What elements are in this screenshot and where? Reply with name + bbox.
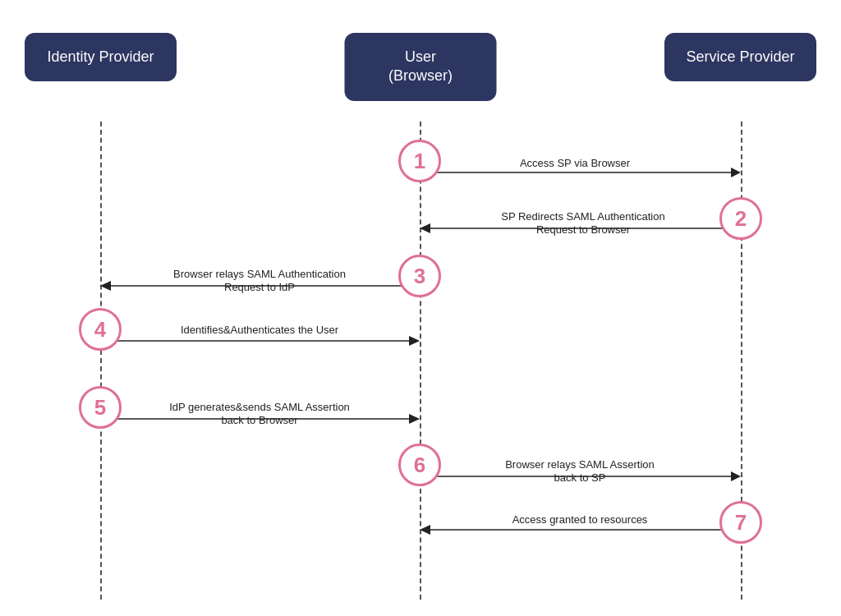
step-6: 6 [398, 444, 441, 486]
svg-marker-7 [409, 336, 420, 346]
step-2: 2 [719, 197, 762, 240]
arrow4-label: Identifies&Authenticates the User [181, 324, 339, 336]
svg-marker-1 [731, 168, 741, 177]
step-1: 1 [398, 140, 441, 182]
step-7: 7 [719, 501, 762, 544]
arrow5-label1: IdP generates&sends SAML Assertion [169, 401, 350, 413]
actor-sp: Service Provider [664, 33, 816, 81]
svg-marker-12 [731, 471, 741, 481]
actor-user-label: User(Browser) [388, 48, 453, 84]
actor-idp: Identity Provider [25, 33, 177, 81]
dashed-line-idp [100, 122, 102, 600]
arrow6-label1: Browser relays SAML Assertion [505, 458, 655, 471]
arrow6-label2: back to SP [554, 471, 606, 484]
arrow1-label: Access SP via Browser [520, 157, 631, 169]
step-7-number: 7 [735, 510, 747, 536]
svg-marker-10 [409, 414, 420, 424]
diagram-container: Identity Provider User(Browser) Service … [0, 0, 841, 616]
actor-idp-label: Identity Provider [47, 48, 154, 65]
arrow5-label2: back to Browser [221, 414, 298, 426]
arrow3-label2: Request to IdP [224, 281, 295, 293]
step-1-number: 1 [414, 149, 425, 174]
actor-user: User(Browser) [345, 33, 497, 101]
step-3: 3 [398, 255, 441, 297]
arrow7-label: Access granted to resources [512, 513, 648, 526]
step-4: 4 [79, 308, 122, 351]
arrow3-label1: Browser relays SAML Authentication [173, 268, 346, 280]
step-4-number: 4 [94, 317, 106, 342]
actor-sp-label: Service Provider [686, 48, 794, 65]
arrow2-label1: SP Redirects SAML Authentication [501, 210, 664, 223]
arrow2-label2: Request to Browser [536, 223, 631, 236]
step-5-number: 5 [94, 395, 106, 421]
step-2-number: 2 [735, 206, 747, 232]
step-6-number: 6 [414, 453, 425, 478]
dashed-line-user [420, 122, 421, 600]
step-5: 5 [79, 386, 122, 429]
step-3-number: 3 [414, 264, 425, 289]
